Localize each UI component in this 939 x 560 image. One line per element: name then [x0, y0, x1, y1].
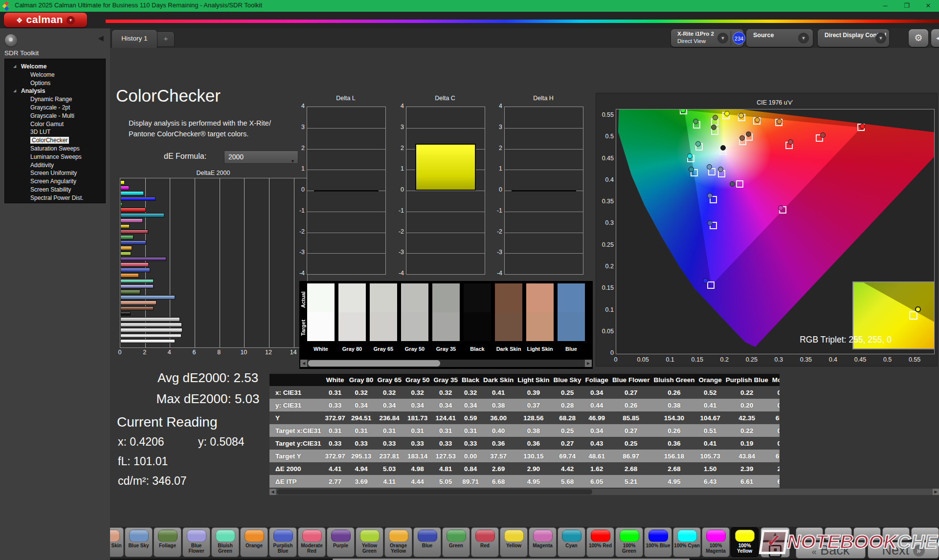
- transport-button-2[interactable]: [825, 527, 852, 540]
- patch-button-yellow-green[interactable]: Yellow Green: [356, 527, 383, 557]
- patch-button-blue[interactable]: Blue: [413, 527, 441, 557]
- de-formula-select[interactable]: 2000 ▼: [224, 151, 298, 164]
- patch-button-blue-flower[interactable]: Blue Flower: [182, 527, 210, 557]
- add-tab-button[interactable]: +: [157, 31, 175, 47]
- sidebar-item-3d-lut[interactable]: 3D LUT: [5, 128, 105, 136]
- scrollbar-thumb[interactable]: [277, 489, 592, 495]
- settings-button[interactable]: ⚙: [909, 29, 928, 47]
- close-button[interactable]: ✕: [917, 0, 939, 12]
- patch-button-bluish-green[interactable]: Bluish Green: [211, 527, 239, 557]
- sidebar-item-colorchecker[interactable]: ColorChecker: [5, 136, 105, 145]
- table-cell: 0.31: [460, 424, 481, 437]
- sidebar-ball-button[interactable]: [5, 34, 17, 46]
- patch-button-yellow[interactable]: Yellow: [500, 527, 528, 557]
- next-button[interactable]: Next »: [868, 542, 939, 559]
- patch-button-moderate-red[interactable]: Moderate Red: [298, 527, 326, 557]
- scroll-right-icon[interactable]: ▶: [933, 489, 939, 495]
- swatch-black[interactable]: Black: [464, 283, 491, 341]
- patch-button-foliage[interactable]: Foliage: [154, 527, 181, 557]
- sidebar-item-grayscale-2pt[interactable]: Grayscale - 2pt: [5, 104, 105, 112]
- patch-button-100-blue[interactable]: 100% Blue: [644, 527, 672, 557]
- patch-button-100-cyan[interactable]: 100% Cyan: [673, 527, 701, 557]
- minimize-button[interactable]: ─: [874, 0, 896, 12]
- patch-button-light-skin[interactable]: Light Skin: [110, 527, 124, 557]
- maximize-button[interactable]: ❐: [896, 0, 917, 12]
- meter-selector[interactable]: X-Rite i1Pro 2 Direct View ▼ 234: [671, 29, 743, 47]
- delta_c-tick: -3: [393, 249, 404, 256]
- table-cell: 0.41: [696, 437, 723, 450]
- strip-scroll-up-button[interactable]: ▲: [760, 527, 790, 540]
- tree-expander-icon[interactable]: ◢: [13, 63, 16, 71]
- sidebar-item-options[interactable]: Options: [5, 79, 105, 87]
- tree-expander-icon[interactable]: ◢: [13, 87, 16, 95]
- patch-button-100-magenta[interactable]: 100% Magenta: [702, 527, 730, 557]
- sidebar-item-color-gamut[interactable]: Color Gamut: [5, 120, 105, 129]
- patch-color: [331, 530, 351, 542]
- swatch-target: [526, 312, 554, 341]
- swatch-blue[interactable]: Blue: [558, 283, 585, 341]
- patch-button-green[interactable]: Green: [442, 527, 470, 557]
- patch-button-magenta[interactable]: Magenta: [529, 527, 557, 557]
- scroll-left-icon[interactable]: ◀: [269, 489, 276, 495]
- patch-color: [533, 530, 553, 542]
- swatch-gray-35[interactable]: Gray 35: [432, 283, 460, 341]
- meter-name: X-Rite i1Pro 2: [677, 31, 714, 37]
- stop-button[interactable]: ■: [760, 542, 790, 558]
- table-scrollbar[interactable]: ◀ ▶: [269, 489, 939, 495]
- deltae-bar-100-red: [120, 208, 146, 212]
- swatch-gray-50[interactable]: Gray 50: [401, 283, 428, 341]
- tab-row: History 1 + X-Rite i1Pro 2 Direct View ▼…: [110, 28, 939, 48]
- sidebar-item-spectral-power-dist-[interactable]: Spectral Power Dist.: [5, 194, 105, 202]
- swatch-light-skin[interactable]: Light Skin: [526, 283, 554, 341]
- sidebar-item-additivity[interactable]: Additivity: [5, 161, 105, 170]
- swatch-white[interactable]: White: [307, 283, 335, 341]
- sidebar-item-welcome[interactable]: ◢Welcome: [5, 63, 105, 71]
- sidebar-item-screen-angularity[interactable]: Screen Angularity: [5, 177, 105, 186]
- patch-button-purple[interactable]: Purple: [327, 527, 355, 557]
- patch-button-red[interactable]: Red: [471, 527, 499, 557]
- scroll-left-icon[interactable]: ◀: [300, 360, 307, 367]
- swatch-gray-80[interactable]: Gray 80: [338, 283, 366, 341]
- patch-button-100-yellow[interactable]: 100% Yellow: [731, 527, 759, 557]
- patch-button-orange[interactable]: Orange: [240, 527, 268, 557]
- patch-label: Red: [471, 543, 498, 548]
- collapse-panel-button[interactable]: ◀: [931, 29, 939, 47]
- sidebar-item-screen-stability[interactable]: Screen Stability: [5, 186, 105, 194]
- sidebar-item-screen-uniformity[interactable]: Screen Uniformity: [5, 169, 105, 177]
- patch-button-blue-sky[interactable]: Blue Sky: [125, 527, 153, 557]
- cie-x-tick: 0.35: [798, 356, 814, 363]
- sidebar-item-welcome[interactable]: Welcome: [5, 71, 105, 79]
- sidebar-item-label: Grayscale - Multi: [30, 112, 74, 119]
- patch-button-100-red[interactable]: 100% Red: [586, 527, 614, 557]
- table-cell: 0.31: [375, 424, 403, 437]
- patch-button-purplish-blue[interactable]: Purplish Blue: [269, 527, 297, 557]
- sidebar-item-saturation-sweeps[interactable]: Saturation Sweeps: [5, 145, 105, 153]
- calman-menu-button[interactable]: ❖ calman ▼: [4, 13, 87, 27]
- sidebar-item-dynamic-range[interactable]: Dynamic Range: [5, 95, 105, 104]
- scroll-right-icon[interactable]: ▶: [585, 360, 592, 367]
- swatch-scrollbar[interactable]: ◀ ▶: [300, 360, 592, 367]
- transport-button-3[interactable]: [853, 527, 881, 540]
- patch-color: [591, 530, 610, 542]
- source-selector[interactable]: Source ▼: [746, 29, 813, 47]
- patch-label: 100% Blue: [645, 543, 671, 548]
- tab-history-1[interactable]: History 1: [112, 29, 157, 48]
- transport-button-5[interactable]: [911, 527, 939, 540]
- meter-badge[interactable]: 234: [733, 32, 745, 44]
- patch-button-cyan[interactable]: Cyan: [558, 527, 585, 557]
- patch-button-orange-yellow[interactable]: Orange Yellow: [384, 527, 412, 557]
- transport-button-1[interactable]: [796, 527, 823, 540]
- sidebar-item-luminance-sweeps[interactable]: Luminance Sweeps: [5, 153, 105, 161]
- patch-label: Blue Sky: [125, 543, 152, 548]
- back-button[interactable]: « Back: [796, 542, 866, 559]
- sidebar-collapse-button[interactable]: ◀: [96, 33, 106, 43]
- swatch-gray-65[interactable]: Gray 65: [370, 283, 397, 341]
- swatch-dark-skin[interactable]: Dark Skin: [495, 283, 522, 341]
- sidebar-item-grayscale-multi[interactable]: Grayscale - Multi: [5, 112, 105, 120]
- scrollbar-thumb[interactable]: [308, 360, 440, 366]
- sidebar-item-analysis[interactable]: ◢Analysis: [5, 87, 105, 95]
- display-control-selector[interactable]: Direct Display Control ▼: [818, 29, 889, 47]
- patch-button-100-green[interactable]: 100% Green: [615, 527, 643, 557]
- transport-button-4[interactable]: [882, 527, 910, 540]
- table-column-header: Blue Sky: [552, 374, 583, 386]
